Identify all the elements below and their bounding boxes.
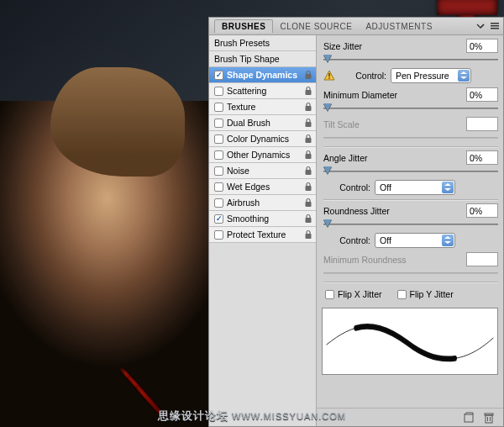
watermark-url: WWW.MISSYUAN.COM [232, 411, 346, 421]
brush-stroke-preview [322, 308, 498, 375]
option-label: Airbrush [227, 195, 260, 211]
lock-icon [304, 229, 312, 240]
lock-icon [304, 70, 312, 80]
trash-icon[interactable] [483, 412, 495, 424]
option-scattering[interactable]: Scattering [209, 83, 316, 99]
min-diameter-label: Minimum Diameter [323, 90, 397, 100]
svg-rect-10 [306, 186, 312, 191]
select-caret-icon [442, 235, 454, 246]
option-color-dynamics[interactable]: Color Dynamics [209, 131, 316, 147]
option-label: Color Dynamics [227, 131, 289, 147]
lock-icon [304, 102, 312, 112]
svg-rect-15 [328, 73, 329, 76]
checkbox[interactable]: ✓ [214, 214, 223, 224]
svg-rect-2 [491, 28, 499, 29]
option-wet-edges[interactable]: Wet Edges [209, 179, 316, 195]
lock-icon [304, 134, 312, 144]
roundness-jitter-input[interactable] [466, 203, 498, 218]
panel-body: Brush Presets Brush Tip Shape ✓Shape Dyn… [208, 35, 504, 427]
divider [323, 146, 498, 147]
flip-x-label: Flip X Jitter [338, 289, 382, 299]
brush-options-list: Brush Presets Brush Tip Shape ✓Shape Dyn… [209, 35, 317, 426]
svg-rect-0 [491, 23, 499, 24]
brush-tip-shape[interactable]: Brush Tip Shape [209, 51, 316, 67]
svg-marker-21 [444, 236, 451, 239]
option-noise[interactable]: Noise [209, 163, 316, 179]
option-dual-brush[interactable]: Dual Brush [209, 115, 316, 131]
min-diameter-input[interactable] [466, 87, 498, 102]
settings-column: Size Jitter Control: Pen Pressure [317, 35, 503, 426]
svg-marker-20 [444, 188, 451, 191]
flip-y-jitter[interactable]: Flip Y Jitter [397, 289, 454, 299]
lock-icon [304, 86, 312, 96]
flip-y-checkbox[interactable] [397, 290, 407, 299]
checkbox[interactable] [214, 166, 223, 176]
svg-marker-19 [444, 183, 451, 186]
option-other-dynamics[interactable]: Other Dynamics [209, 147, 316, 163]
svg-rect-16 [328, 77, 329, 78]
checkbox[interactable] [214, 198, 223, 208]
svg-rect-6 [306, 122, 312, 127]
svg-marker-22 [444, 241, 451, 244]
flip-y-label: Flip Y Jitter [410, 289, 454, 299]
svg-rect-11 [306, 202, 312, 207]
option-protect-texture[interactable]: Protect Texture [209, 227, 316, 243]
label: Brush Presets [214, 35, 270, 51]
option-label: Protect Texture [227, 227, 286, 243]
checkbox[interactable] [214, 230, 223, 240]
option-airbrush[interactable]: Airbrush [209, 195, 316, 211]
tab-clone-source[interactable]: CLONE SOURCE [273, 20, 359, 33]
collapse-icon[interactable] [476, 21, 486, 31]
angle-jitter-group: Angle Jitter Control: Off [323, 150, 498, 195]
tab-brushes[interactable]: BRUSHES [214, 19, 273, 33]
roundness-jitter-group: Roundness Jitter Control: Off [323, 203, 498, 278]
option-shape-dynamics[interactable]: ✓Shape Dynamics [209, 67, 316, 83]
svg-rect-13 [306, 234, 312, 239]
panel-menu-area [476, 21, 503, 31]
lock-icon [304, 166, 312, 176]
size-jitter-label: Size Jitter [323, 41, 362, 51]
label: Brush Tip Shape [214, 51, 280, 67]
svg-rect-24 [486, 415, 492, 423]
checkbox[interactable] [214, 134, 223, 144]
divider [323, 199, 498, 200]
checkbox[interactable] [214, 150, 223, 160]
roundness-jitter-slider[interactable] [323, 219, 498, 229]
option-label: Smoothing [227, 211, 269, 227]
watermark-text: 思缘设计论坛 [158, 409, 228, 424]
tilt-scale-label: Tilt Scale [323, 119, 360, 129]
svg-rect-23 [465, 414, 473, 422]
flip-x-checkbox[interactable] [325, 290, 334, 299]
checkbox[interactable] [214, 182, 223, 192]
checkbox[interactable] [214, 103, 223, 112]
svg-rect-5 [306, 106, 312, 111]
svg-rect-12 [306, 218, 312, 223]
option-label: Scattering [227, 83, 266, 99]
new-preset-icon[interactable] [463, 412, 475, 424]
lock-icon [304, 118, 312, 128]
option-label: Shape Dynamics [227, 67, 297, 83]
lock-icon [304, 182, 312, 192]
size-jitter-input[interactable] [466, 39, 498, 53]
min-roundness-slider [323, 268, 498, 278]
control-label: Control: [323, 182, 370, 192]
min-diameter-slider[interactable] [323, 103, 498, 113]
svg-rect-9 [306, 170, 312, 175]
brush-presets[interactable]: Brush Presets [209, 35, 316, 51]
option-label: Noise [227, 163, 249, 179]
tab-adjustments[interactable]: ADJUSTMENTS [359, 20, 438, 33]
flip-x-jitter[interactable]: Flip X Jitter [325, 289, 382, 299]
angle-jitter-input[interactable] [466, 150, 498, 165]
min-roundness-input [466, 252, 498, 266]
panel-menu-icon[interactable] [490, 21, 500, 31]
option-texture[interactable]: Texture [209, 99, 316, 115]
size-jitter-slider[interactable] [323, 55, 498, 65]
checkbox[interactable] [214, 119, 223, 128]
checkbox[interactable] [214, 87, 223, 96]
checkbox[interactable]: ✓ [214, 71, 223, 80]
option-label: Other Dynamics [227, 147, 290, 163]
select-caret-icon [442, 182, 454, 193]
angle-jitter-slider[interactable] [323, 166, 498, 177]
option-label: Dual Brush [227, 115, 270, 131]
option-smoothing[interactable]: ✓Smoothing [209, 211, 316, 227]
